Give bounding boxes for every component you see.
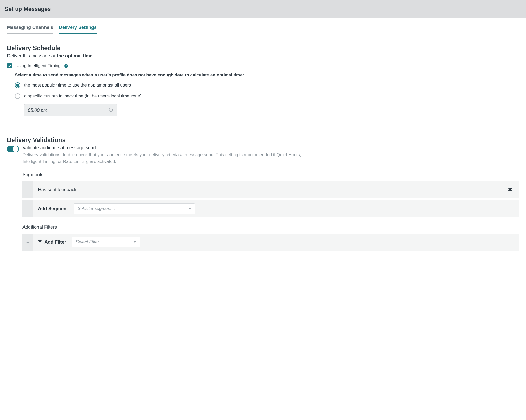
add-filter-handle[interactable]: ＋ [22, 234, 33, 251]
validate-audience-description: Delivery validations double-check that y… [22, 152, 312, 165]
add-segment-row: ＋ Add Segment Select a segment... [22, 200, 519, 217]
add-segment-handle[interactable]: ＋ [22, 200, 33, 217]
delivery-schedule-heading: Delivery Schedule [7, 44, 519, 52]
add-filter-text: Add Filter [44, 239, 66, 245]
intelligent-timing-label: Using Intelligent Timing [15, 63, 61, 68]
filter-select-placeholder: Select Filter... [76, 239, 102, 245]
segment-handle[interactable] [22, 181, 33, 198]
add-filter-row: ＋ Add Filter Select Filter... [22, 234, 519, 251]
segment-name: Has sent feedback [38, 187, 76, 192]
plus-icon: ＋ [25, 205, 30, 212]
additional-filters-heading: Additional Filters [22, 224, 519, 230]
intelligent-timing-checkbox[interactable] [7, 63, 12, 68]
add-segment-label: Add Segment [38, 206, 68, 212]
radio-selected-icon [16, 84, 19, 87]
toggle-knob [13, 146, 18, 152]
remove-segment-button[interactable]: ✖ [508, 186, 514, 193]
delivery-validations-heading: Delivery Validations [7, 136, 519, 144]
subline-prefix: Deliver this message [7, 53, 51, 58]
info-icon[interactable]: i [64, 64, 68, 68]
tab-messaging-channels[interactable]: Messaging Channels [7, 25, 53, 34]
close-icon: ✖ [508, 187, 512, 192]
radio-popular-time[interactable] [15, 82, 20, 88]
section-divider [7, 129, 519, 129]
segment-select[interactable]: Select a segment... [74, 203, 195, 214]
add-filter-label: Add Filter [38, 239, 66, 245]
segment-select-placeholder: Select a segment... [78, 206, 115, 211]
fallback-time-input[interactable]: 05:00 pm [24, 104, 117, 116]
delivery-schedule-subline: Deliver this message at the optimal time… [7, 53, 519, 59]
subline-bold: at the optimal time. [51, 53, 94, 58]
chevron-down-icon [134, 241, 136, 243]
tab-delivery-settings[interactable]: Delivery Settings [59, 25, 97, 34]
clock-icon [109, 107, 113, 113]
segment-row: Has sent feedback ✖ [22, 181, 519, 198]
page-header: Set up Messages [0, 0, 526, 18]
radio-popular-label: the most popular time to use the app amo… [24, 83, 131, 88]
chevron-down-icon [189, 208, 191, 209]
filter-select[interactable]: Select Filter... [72, 237, 140, 247]
plus-icon: ＋ [25, 239, 30, 246]
validate-audience-label: Validate audience at message send [22, 145, 312, 151]
page-title: Set up Messages [5, 6, 521, 12]
funnel-icon [38, 239, 44, 245]
fallback-instruction: Select a time to send messages when a us… [15, 73, 519, 78]
segments-heading: Segments [22, 172, 519, 177]
radio-custom-label: a specific custom fallback time (in the … [24, 94, 142, 99]
check-icon [8, 64, 11, 68]
fallback-time-value: 05:00 pm [28, 108, 47, 113]
validate-audience-toggle[interactable] [7, 146, 19, 152]
tabs: Messaging Channels Delivery Settings [0, 18, 526, 34]
radio-custom-time[interactable] [15, 93, 20, 99]
